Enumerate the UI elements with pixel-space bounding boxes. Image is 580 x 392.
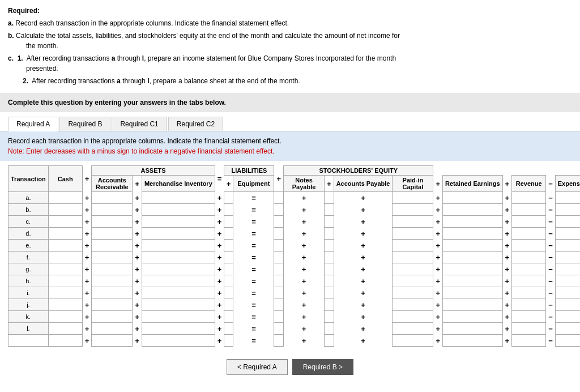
cell-cash-e.[interactable] [48,240,82,252]
input-eq-j.[interactable] [227,300,231,309]
input-np-f.[interactable] [276,253,281,262]
total-retained-earnings[interactable] [443,335,503,347]
cell-ar-h.[interactable] [92,275,133,287]
cell-pic-j.[interactable] [393,299,433,311]
cell-ap-f.[interactable] [325,252,334,263]
cell-re-h.[interactable] [443,275,503,287]
input-eq-i.[interactable] [227,288,231,297]
input-pic-g.[interactable] [395,265,430,274]
input-exp-d.[interactable] [558,229,580,238]
input-re-c.[interactable] [445,217,500,226]
cell-rev-i.[interactable] [512,287,546,299]
input-ap-k.[interactable] [327,312,331,321]
input-ar-i.[interactable] [94,288,130,297]
input-rev-i.[interactable] [514,288,543,297]
input-ap-i.[interactable] [327,288,331,297]
total-accounts-receivable[interactable] [92,335,133,347]
input-rev-h.[interactable] [514,276,543,286]
input-exp-j.[interactable] [558,300,580,309]
cell-mi-f.[interactable] [142,252,215,263]
cell-ap-k.[interactable] [325,311,334,323]
cell-np-k.[interactable] [274,311,284,323]
input-re-f.[interactable] [445,253,500,262]
input-ap-b.[interactable] [327,205,331,214]
cell-cash-i.[interactable] [48,287,82,299]
cell-np-d.[interactable] [274,228,284,240]
cell-ap-e.[interactable] [325,240,334,252]
cell-re-b.[interactable] [443,204,503,216]
input-rev-f.[interactable] [514,253,543,262]
cell-mi-a.[interactable] [142,192,215,204]
input-cash-g.[interactable] [51,265,80,274]
input-rev-a.[interactable] [514,193,543,202]
input-ap-l.[interactable] [327,324,331,333]
input-exp-l.[interactable] [558,324,580,333]
cell-np-b.[interactable] [274,204,284,216]
input-ap-g.[interactable] [327,265,331,274]
input-ar-g.[interactable] [94,265,130,274]
input-re-j.[interactable] [445,300,500,309]
cell-np-l.[interactable] [274,323,284,335]
input-re-e.[interactable] [445,241,500,250]
cell-re-l.[interactable] [443,323,503,335]
cell-eq-b.[interactable] [224,204,233,216]
input-exp-c.[interactable] [558,217,580,226]
cell-exp-g.[interactable] [555,263,580,275]
input-ap-f.[interactable] [327,253,331,262]
cell-rev-g.[interactable] [512,263,546,275]
cell-cash-g.[interactable] [48,263,82,275]
cell-cash-b.[interactable] [48,204,82,216]
cell-exp-i.[interactable] [555,287,580,299]
cell-mi-l.[interactable] [142,323,215,335]
cell-rev-h.[interactable] [512,275,546,287]
input-np-g.[interactable] [276,265,281,274]
cell-eq-c.[interactable] [224,216,233,228]
input-re-k.[interactable] [445,312,500,321]
input-cash-l.[interactable] [51,324,80,333]
input-eq-k.[interactable] [227,312,231,321]
cell-eq-d.[interactable] [224,228,233,240]
cell-ap-d.[interactable] [325,228,334,240]
input-eq-b.[interactable] [227,205,231,214]
input-pic-l.[interactable] [395,324,430,333]
cell-rev-l.[interactable] [512,323,546,335]
input-exp-f.[interactable] [558,253,580,262]
input-exp-k.[interactable] [558,312,580,321]
cell-exp-b.[interactable] [555,204,580,216]
input-np-h.[interactable] [276,276,281,286]
input-np-b.[interactable] [276,205,281,214]
input-eq-f.[interactable] [227,253,231,262]
cell-pic-c.[interactable] [393,216,433,228]
input-rev-b.[interactable] [514,205,543,214]
cell-np-a.[interactable] [274,192,284,204]
cell-ar-b.[interactable] [92,204,133,216]
input-exp-b.[interactable] [558,205,580,214]
cell-pic-i.[interactable] [393,287,433,299]
cell-ap-b.[interactable] [325,204,334,216]
cell-rev-b.[interactable] [512,204,546,216]
cell-exp-c.[interactable] [555,216,580,228]
cell-np-c.[interactable] [274,216,284,228]
input-ar-l.[interactable] [94,324,130,333]
cell-re-i.[interactable] [443,287,503,299]
input-eq-d.[interactable] [227,229,231,238]
input-np-d.[interactable] [276,229,281,238]
cell-rev-d.[interactable] [512,228,546,240]
input-rev-e.[interactable] [514,241,543,250]
input-exp-e.[interactable] [558,241,580,250]
cell-cash-d.[interactable] [48,228,82,240]
cell-eq-a.[interactable] [224,192,233,204]
input-pic-d.[interactable] [395,229,430,238]
input-cash-i.[interactable] [51,288,80,297]
tab-required-b[interactable]: Required B [59,117,110,131]
prev-button[interactable]: < Required A [227,359,288,375]
input-np-i.[interactable] [276,288,281,297]
tab-required-c1[interactable]: Required C1 [112,117,167,131]
input-cash-c.[interactable] [51,217,80,226]
cell-np-f.[interactable] [274,252,284,263]
input-ar-f.[interactable] [94,253,130,262]
cell-ar-l.[interactable] [92,323,133,335]
cell-cash-j.[interactable] [48,299,82,311]
cell-eq-f.[interactable] [224,252,233,263]
cell-mi-c.[interactable] [142,216,215,228]
